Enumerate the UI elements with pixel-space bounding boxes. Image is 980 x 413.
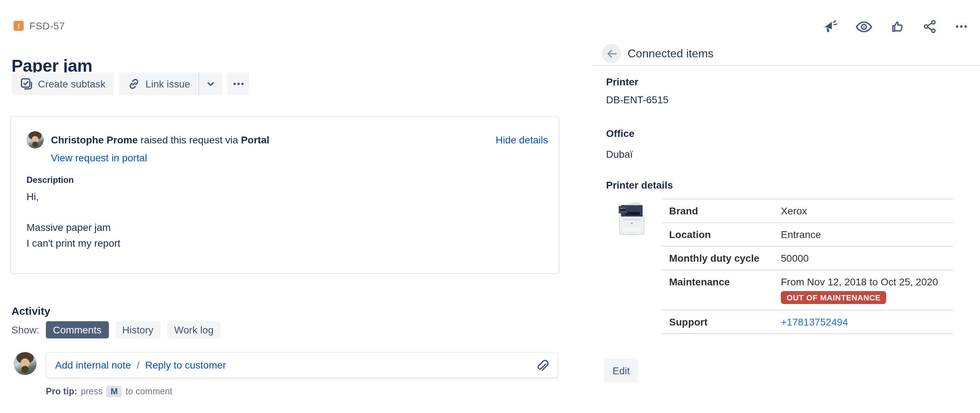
out-of-maintenance-badge: OUT OF MAINTENANCE — [781, 291, 886, 304]
edit-connected-item-button[interactable]: Edit — [604, 359, 638, 382]
back-button[interactable] — [602, 44, 621, 63]
breadcrumb: ! FSD-57 — [14, 20, 65, 32]
tab-comments[interactable]: Comments — [46, 321, 108, 338]
table-row-brand: Brand Xerox — [662, 199, 953, 222]
activity-heading: Activity — [11, 305, 50, 317]
pro-tip-prefix: Pro tip: — [46, 386, 77, 397]
table-row-location: Location Entrance — [662, 222, 953, 246]
office-field-value: Dubaï — [606, 148, 633, 160]
arrow-left-icon — [605, 47, 618, 60]
composer-separator: / — [137, 359, 140, 371]
view-request-in-portal-link[interactable]: View request in portal — [51, 152, 147, 163]
eye-icon[interactable] — [855, 21, 873, 33]
comment-composer[interactable]: Add internal note / Reply to customer — [46, 352, 558, 378]
request-details-card: Christophe Prome raised this request via… — [10, 116, 560, 274]
reporter-name: Christophe Prome — [51, 134, 138, 145]
issue-key[interactable]: FSD-57 — [29, 20, 65, 32]
issue-toolbar: Create subtask Link issue — [11, 72, 250, 96]
keycap-m: M — [107, 386, 122, 397]
paperclip-icon[interactable] — [535, 358, 549, 372]
reply-to-customer-link[interactable]: Reply to customer — [145, 359, 226, 371]
ellipsis-icon — [233, 78, 244, 89]
link-issue-button-group: Link issue — [119, 72, 223, 96]
more-actions-button[interactable] — [228, 72, 250, 96]
show-label: Show: — [11, 324, 40, 336]
activity-filter-row: Show: Comments History Work log — [11, 321, 221, 338]
printer-field-value: DB-ENT-6515 — [606, 94, 668, 105]
reporter-avatar[interactable] — [27, 131, 44, 148]
table-row-support: Support +17813752494 — [662, 310, 953, 334]
tab-work-log[interactable]: Work log — [167, 321, 221, 338]
office-field-label: Office — [606, 128, 634, 139]
create-subtask-button[interactable]: Create subtask — [11, 72, 114, 96]
chevron-down-icon — [206, 79, 216, 89]
more-options-icon[interactable] — [955, 20, 968, 33]
issue-view-page: ! FSD-57 Paper jam Create subtask — [0, 0, 980, 413]
link-issue-dropdown-button[interactable] — [199, 72, 223, 96]
link-issue-label: Link issue — [145, 78, 190, 89]
printer-details-table: Brand Xerox Location Entrance Monthly du… — [662, 199, 953, 334]
request-raised-line: Christophe Prome raised this request via… — [51, 134, 269, 145]
pro-tip-press: press — [81, 386, 103, 397]
description-line: Massive paper jam — [27, 222, 111, 233]
create-subtask-label: Create subtask — [38, 78, 105, 89]
issue-action-icons — [822, 19, 968, 34]
share-icon[interactable] — [923, 19, 937, 34]
support-phone-link[interactable]: +17813752494 — [781, 316, 848, 328]
high-priority-icon: ! — [14, 21, 24, 31]
description-line: Hi, — [27, 191, 39, 202]
maintenance-dates: From Nov 12, 2018 to Oct 25, 2020 — [781, 276, 938, 287]
megaphone-icon[interactable] — [822, 19, 837, 34]
connected-items-title: Connected items — [628, 47, 714, 60]
hide-details-link[interactable]: Hide details — [496, 134, 548, 145]
link-issue-button[interactable]: Link issue — [119, 72, 199, 96]
request-channel: Portal — [241, 134, 269, 145]
printer-details-heading: Printer details — [606, 179, 673, 191]
printer-field-label: Printer — [606, 76, 638, 88]
tab-history[interactable]: History — [115, 321, 161, 338]
table-row-maintenance: Maintenance From Nov 12, 2018 to Oct 25,… — [662, 269, 953, 310]
subtask-check-icon — [20, 77, 33, 90]
current-user-avatar[interactable] — [14, 352, 37, 375]
add-internal-note-link[interactable]: Add internal note — [55, 359, 131, 371]
description-line: I can't print my report — [27, 237, 120, 249]
description-label: Description — [27, 175, 74, 185]
thumbs-up-icon[interactable] — [891, 19, 905, 34]
pro-tip: Pro tip: press M to comment — [46, 386, 172, 397]
printer-photo — [617, 200, 646, 238]
table-row-monthly-duty-cycle: Monthly duty cycle 50000 — [662, 246, 953, 269]
pro-tip-suffix: to comment — [126, 386, 173, 397]
link-chain-icon — [127, 77, 140, 90]
panel-divider — [592, 65, 980, 66]
raised-via-text: raised this request via — [138, 134, 241, 145]
